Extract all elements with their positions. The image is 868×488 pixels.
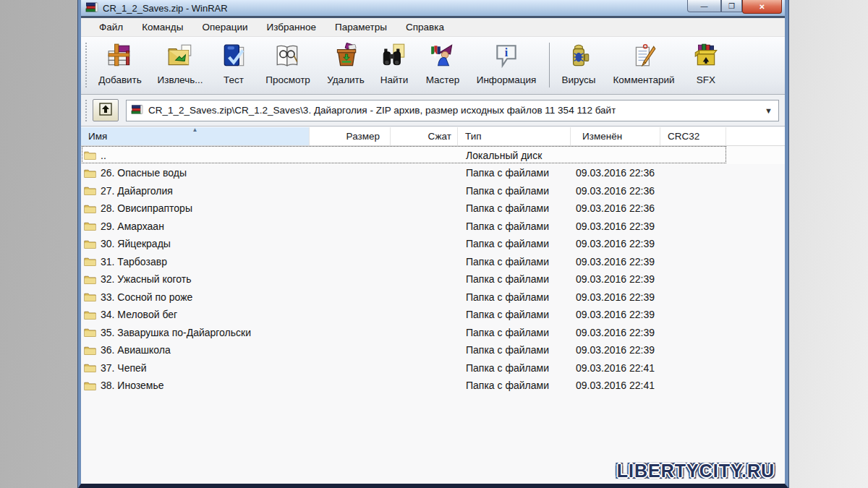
folder-icon <box>84 203 96 214</box>
table-row[interactable]: 27. ДайарголияПапка с файлами09.03.2016 … <box>81 182 785 200</box>
column-header-type[interactable]: Тип <box>458 127 571 145</box>
table-row[interactable]: 32. Ужасный коготьПапка с файлами09.03.2… <box>81 270 785 288</box>
file-type: Папка с файлами <box>458 327 571 338</box>
table-row[interactable]: 29. АмархаанПапка с файлами09.03.2016 22… <box>81 218 785 236</box>
file-modified: 09.03.2016 22:39 <box>571 327 660 338</box>
table-row[interactable]: 34. Меловой бегПапка с файлами09.03.2016… <box>81 306 785 324</box>
column-header-name[interactable]: ▲ Имя <box>81 127 310 145</box>
archive-path-combobox[interactable]: CR_1_2_Saves.zip\CR_1.2_Saves\3. Дайарго… <box>126 100 779 121</box>
table-row[interactable]: 35. Заварушка по-ДайаргольскиПапка с фай… <box>81 324 785 342</box>
virus-scan-button[interactable]: Вирусы <box>555 40 603 89</box>
file-modified: 09.03.2016 22:41 <box>571 362 660 374</box>
file-name: 34. Меловой бег <box>101 309 177 320</box>
close-button[interactable]: ✕ <box>742 0 782 14</box>
toolbar-separator <box>549 43 550 87</box>
table-row[interactable]: 37. ЧепейПапка с файлами09.03.2016 22:41 <box>81 359 785 377</box>
file-name: 32. Ужасный коготь <box>101 273 192 285</box>
menu-favorites[interactable]: Избранное <box>258 20 326 35</box>
column-header-packed[interactable]: Сжат <box>391 127 458 145</box>
column-header-crc32[interactable]: CRC32 <box>660 127 726 145</box>
file-name: 27. Дайарголия <box>101 185 173 197</box>
column-label: Имя <box>88 131 107 142</box>
file-modified: 09.03.2016 22:39 <box>571 291 660 303</box>
winrar-window: CR_1_2_Saves.zip - WinRAR — ❐ ✕ Файл Ком… <box>78 0 788 488</box>
folder-icon <box>84 274 96 285</box>
extract-button[interactable]: Извлечь... <box>149 40 211 89</box>
folder-icon <box>84 291 96 302</box>
menu-options[interactable]: Параметры <box>326 20 396 35</box>
file-type: Папка с файлами <box>458 167 571 179</box>
toolbar-label: Информация <box>477 74 537 85</box>
comment-button[interactable]: Комментарий <box>603 40 685 89</box>
file-type: Папка с файлами <box>458 202 571 214</box>
column-header-modified[interactable]: Изменён <box>571 127 660 145</box>
add-button[interactable]: Добавить <box>91 40 149 89</box>
folder-icon <box>84 221 96 231</box>
file-modified: 09.03.2016 22:36 <box>571 185 660 197</box>
file-name-cell: 29. Амархаан <box>81 221 310 232</box>
table-row[interactable]: 31. ТарбозаврПапка с файлами09.03.2016 2… <box>81 253 785 271</box>
menu-help[interactable]: Справка <box>396 20 454 35</box>
file-type: Папка с файлами <box>458 273 571 285</box>
table-row[interactable]: 28. ОвисипрапторыПапка с файлами09.03.20… <box>81 200 785 218</box>
folder-icon <box>84 345 96 356</box>
delete-button[interactable]: Удалить <box>320 40 372 89</box>
menu-operations[interactable]: Операции <box>192 20 257 35</box>
wizard-button[interactable]: Мастер <box>417 40 469 89</box>
find-button[interactable]: Найти <box>372 40 417 89</box>
file-type: Папка с файлами <box>458 238 571 249</box>
file-name-cell: 26. Опасные воды <box>81 167 310 179</box>
file-name-cell: 36. Авиашкола <box>81 344 310 356</box>
folder-icon <box>84 327 96 338</box>
virus-scan-icon <box>565 42 592 72</box>
column-label: Сжат <box>428 131 451 142</box>
sfx-button[interactable]: SFX <box>685 40 727 89</box>
file-name-cell: 34. Меловой бег <box>81 309 310 320</box>
focus-rectangle <box>82 146 726 163</box>
file-name-cell: 27. Дайарголия <box>81 185 310 197</box>
file-name-cell: 31. Тарбозавр <box>81 256 310 267</box>
view-button[interactable]: Просмотр <box>256 40 320 89</box>
file-modified: 09.03.2016 22:39 <box>571 273 660 285</box>
title-bar[interactable]: CR_1_2_Saves.zip - WinRAR — ❐ ✕ <box>81 0 785 18</box>
table-row[interactable]: 30. ЯйцекрадыПапка с файлами09.03.2016 2… <box>81 235 785 253</box>
window-title: CR_1_2_Saves.zip - WinRAR <box>103 3 228 14</box>
minimize-button[interactable]: — <box>687 0 721 12</box>
archive-icon <box>131 103 143 117</box>
file-type: Папка с файлами <box>458 185 571 197</box>
file-modified: 09.03.2016 22:39 <box>571 344 660 356</box>
folder-icon <box>84 309 96 320</box>
toolbar-label: Удалить <box>327 74 365 85</box>
menu-commands[interactable]: Команды <box>132 20 192 35</box>
table-row[interactable]: 36. АвиашколаПапка с файлами09.03.2016 2… <box>81 341 785 359</box>
file-modified: 09.03.2016 22:39 <box>571 256 660 267</box>
file-name: 30. Яйцекрады <box>101 238 171 249</box>
file-type: Папка с файлами <box>458 291 571 303</box>
info-button[interactable]: i Информация <box>469 40 544 89</box>
file-modified: 09.03.2016 22:39 <box>571 238 660 249</box>
file-name: 38. Иноземье <box>101 380 164 391</box>
toolbar-label: Добавить <box>98 74 142 85</box>
file-name: 31. Тарбозавр <box>101 256 167 267</box>
up-directory-button[interactable] <box>93 99 119 121</box>
comment-icon <box>630 42 658 72</box>
table-row[interactable]: 38. ИноземьеПапка с файлами09.03.2016 22… <box>81 377 785 395</box>
up-arrow-icon <box>98 102 113 119</box>
table-row[interactable]: 33. Сосной по рожеПапка с файлами09.03.2… <box>81 288 785 307</box>
toolbar-label: Найти <box>380 74 409 85</box>
toolbar-label: Комментарий <box>613 74 674 85</box>
toolbar-label: Тест <box>224 74 244 85</box>
column-header-size[interactable]: Размер <box>310 127 391 145</box>
maximize-button[interactable]: ❐ <box>721 0 742 12</box>
file-name-cell: 33. Сосной по роже <box>81 291 310 303</box>
file-name: 36. Авиашкола <box>101 344 171 356</box>
parent-directory-row[interactable]: .. Локальный диск <box>81 146 785 164</box>
file-name: 28. Овисипрапторы <box>101 202 192 214</box>
test-button[interactable]: Тест <box>211 40 256 89</box>
toolbar-label: Просмотр <box>265 74 310 85</box>
menu-file[interactable]: Файл <box>90 20 132 35</box>
table-row[interactable]: 26. Опасные водыПапка с файлами09.03.201… <box>81 164 785 182</box>
toolbar-label: Вирусы <box>562 74 596 85</box>
folder-icon <box>84 185 96 196</box>
dropdown-arrow-icon[interactable]: ▼ <box>765 106 773 115</box>
